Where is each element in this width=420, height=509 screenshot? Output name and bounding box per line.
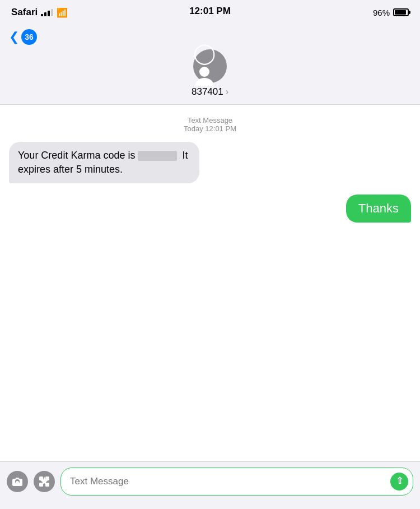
main-content: ❮ 36 ◯ 837401 › Text Message Today 12:01… xyxy=(0,25,420,509)
camera-button[interactable] xyxy=(7,471,28,492)
message-time-label: Today 12:01 PM xyxy=(9,124,411,133)
svg-point-1 xyxy=(195,78,213,86)
status-right: 96% xyxy=(373,8,409,17)
carrier-label: Safari xyxy=(11,7,38,18)
status-time: 12:01 PM xyxy=(189,6,231,17)
svg-rect-5 xyxy=(39,483,43,487)
incoming-message-row: Your Credit Karma code is It expires aft… xyxy=(9,142,411,183)
contact-name-row[interactable]: 837401 › xyxy=(192,86,228,98)
input-bar: ⇧ xyxy=(0,461,420,509)
text-input-wrapper[interactable]: ⇧ xyxy=(60,468,413,496)
back-badge: 36 xyxy=(21,29,37,45)
message-timestamp: Text Message Today 12:01 PM xyxy=(9,116,411,133)
svg-rect-3 xyxy=(39,476,43,480)
status-left: Safari 📶 xyxy=(11,7,68,18)
battery-icon xyxy=(393,8,409,16)
svg-point-0 xyxy=(199,67,209,77)
outgoing-text: Thanks xyxy=(358,201,399,215)
contact-avatar: ◯ xyxy=(193,49,227,83)
incoming-bubble: Your Credit Karma code is It expires aft… xyxy=(9,142,199,183)
outgoing-message-row: Thanks xyxy=(9,195,411,223)
incoming-text-before: Your Credit Karma code is xyxy=(18,150,135,161)
messages-scroll: Text Message Today 12:01 PM Your Credit … xyxy=(0,105,420,509)
back-button[interactable]: ❮ 36 xyxy=(9,29,37,45)
status-bar: Safari 📶 12:01 PM 96% xyxy=(0,0,420,25)
outgoing-bubble: Thanks xyxy=(346,195,411,223)
battery-percent-label: 96% xyxy=(373,8,390,17)
send-arrow-icon: ⇧ xyxy=(396,476,403,485)
person-icon: ◯ xyxy=(193,43,227,89)
wifi-icon: 📶 xyxy=(57,7,68,18)
message-type-label: Text Message xyxy=(9,116,411,124)
svg-point-2 xyxy=(16,481,19,484)
svg-rect-6 xyxy=(45,483,49,487)
nav-header: ❮ 36 ◯ 837401 › xyxy=(0,25,420,105)
avatar-svg xyxy=(193,63,216,86)
contact-number: 837401 xyxy=(192,86,223,98)
signal-bars-icon xyxy=(41,8,53,16)
back-chevron-icon: ❮ xyxy=(9,30,19,44)
redacted-code xyxy=(138,151,177,161)
camera-icon xyxy=(12,476,23,487)
battery-fill xyxy=(395,10,406,15)
message-input[interactable] xyxy=(70,476,386,487)
appstore-button[interactable] xyxy=(34,471,55,492)
appstore-icon xyxy=(39,476,50,487)
contact-detail-chevron-icon: › xyxy=(226,87,228,97)
send-button[interactable]: ⇧ xyxy=(390,473,408,491)
svg-rect-4 xyxy=(45,476,49,480)
